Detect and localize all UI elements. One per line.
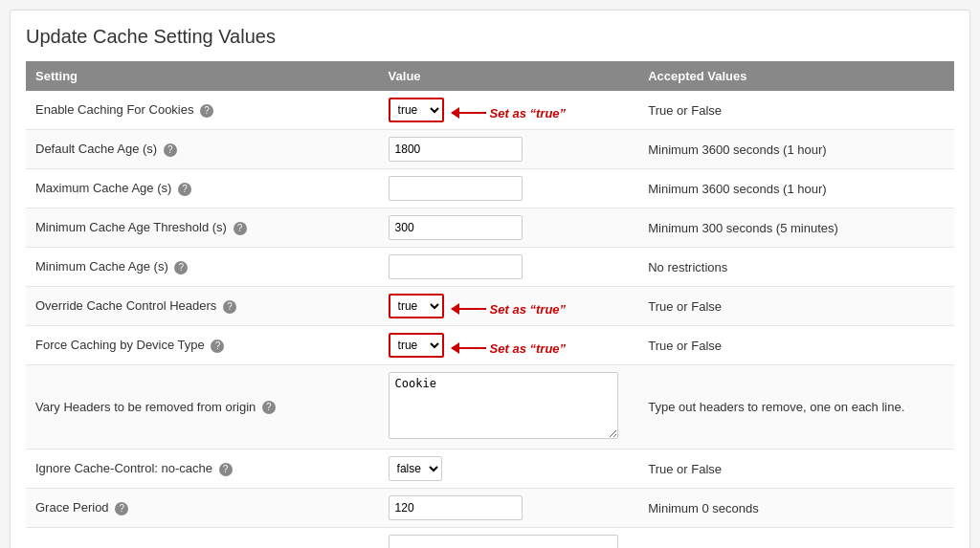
page-wrapper: Update Cache Setting Values Setting Valu… — [10, 10, 970, 548]
accepted-grace-period: Minimum 0 seconds — [638, 489, 954, 528]
annotation-override-cache-control: Set as “true” — [452, 302, 566, 317]
value-cell-default-cache-age — [379, 130, 639, 169]
setting-label-minimum-cache-age-threshold: Minimum Cache Age Threshold (s) ? — [26, 208, 379, 248]
help-icon-vary-headers-remove[interactable]: ? — [262, 401, 276, 414]
setting-label-vary-headers-add: Vary Headers to be added to origin ? — [26, 528, 379, 549]
annotation-enable-caching-cookies: Set as “true” — [452, 106, 566, 121]
select-force-caching-device[interactable]: truefalse — [389, 333, 444, 358]
table-row-ignore-cache-control: Ignore Cache-Control: no-cache ?falsetru… — [26, 449, 954, 489]
table-row-minimum-cache-age: Minimum Cache Age (s) ?No restrictions — [26, 248, 954, 287]
setting-label-enable-caching-cookies: Enable Caching For Cookies ? — [26, 91, 379, 130]
table-header-row: Setting Value Accepted Values — [26, 61, 954, 91]
value-cell-vary-headers-remove — [379, 365, 639, 449]
setting-label-vary-headers-remove: Vary Headers to be removed from origin ? — [26, 365, 379, 449]
input-grace-period[interactable] — [389, 495, 523, 520]
setting-label-minimum-cache-age: Minimum Cache Age (s) ? — [26, 248, 379, 287]
accepted-vary-headers-add: Type out headers to add, one on each lin… — [638, 528, 954, 549]
value-cell-enable-caching-cookies: truefalseSet as “true” — [379, 91, 639, 130]
help-icon-minimum-cache-age-threshold[interactable]: ? — [234, 222, 247, 235]
accepted-ignore-cache-control: True or False — [638, 449, 954, 489]
help-icon-force-caching-device[interactable]: ? — [211, 340, 224, 353]
setting-label-override-cache-control: Override Cache Control Headers ? — [26, 287, 379, 326]
accepted-maximum-cache-age: Minimum 3600 seconds (1 hour) — [638, 169, 954, 208]
help-icon-minimum-cache-age[interactable]: ? — [174, 261, 188, 274]
setting-label-grace-period: Grace Period ? — [26, 489, 379, 528]
setting-label-maximum-cache-age: Maximum Cache Age (s) ? — [26, 169, 379, 208]
input-maximum-cache-age[interactable] — [389, 176, 523, 201]
table-row-default-cache-age: Default Cache Age (s) ?Minimum 3600 seco… — [26, 130, 954, 169]
help-icon-maximum-cache-age[interactable]: ? — [178, 183, 191, 196]
table-row-maximum-cache-age: Maximum Cache Age (s) ?Minimum 3600 seco… — [26, 169, 954, 208]
textarea-vary-headers-remove[interactable] — [389, 372, 618, 439]
settings-table: Setting Value Accepted Values Enable Cac… — [26, 61, 954, 548]
table-row-override-cache-control: Override Cache Control Headers ?truefals… — [26, 287, 954, 326]
value-cell-grace-period — [379, 489, 639, 528]
col-header-accepted: Accepted Values — [638, 61, 954, 91]
accepted-default-cache-age: Minimum 3600 seconds (1 hour) — [638, 130, 954, 169]
table-row-vary-headers-remove: Vary Headers to be removed from origin ?… — [26, 365, 954, 449]
select-override-cache-control[interactable]: truefalse — [389, 294, 444, 318]
table-row-vary-headers-add: Vary Headers to be added to origin ?Type… — [26, 528, 954, 549]
value-cell-minimum-cache-age — [379, 248, 639, 287]
help-icon-enable-caching-cookies[interactable]: ? — [200, 104, 213, 118]
value-cell-force-caching-device: truefalseSet as “true” — [379, 326, 639, 365]
accepted-enable-caching-cookies: True or False — [638, 91, 954, 130]
accepted-force-caching-device: True or False — [638, 326, 954, 365]
accepted-vary-headers-remove: Type out headers to remove, one on each … — [638, 365, 954, 449]
input-minimum-cache-age-threshold[interactable] — [389, 215, 523, 240]
value-cell-maximum-cache-age — [379, 169, 639, 208]
table-row-minimum-cache-age-threshold: Minimum Cache Age Threshold (s) ?Minimum… — [26, 208, 954, 248]
help-icon-default-cache-age[interactable]: ? — [164, 143, 177, 157]
annotation-force-caching-device: Set as “true” — [452, 341, 566, 356]
col-header-value: Value — [379, 61, 639, 91]
value-cell-minimum-cache-age-threshold — [379, 208, 639, 248]
help-icon-override-cache-control[interactable]: ? — [223, 300, 236, 314]
input-default-cache-age[interactable] — [389, 137, 523, 162]
input-minimum-cache-age[interactable] — [389, 254, 523, 279]
table-row-force-caching-device: Force Caching by Device Type ?truefalseS… — [26, 326, 954, 365]
textarea-vary-headers-add[interactable] — [389, 535, 618, 548]
value-cell-override-cache-control: truefalseSet as “true” — [379, 287, 639, 326]
page-title: Update Cache Setting Values — [26, 26, 954, 48]
setting-label-ignore-cache-control: Ignore Cache-Control: no-cache ? — [26, 449, 379, 489]
setting-label-default-cache-age: Default Cache Age (s) ? — [26, 130, 379, 169]
setting-label-force-caching-device: Force Caching by Device Type ? — [26, 326, 379, 365]
value-cell-ignore-cache-control: falsetrue — [379, 449, 639, 489]
help-icon-grace-period[interactable]: ? — [115, 502, 128, 515]
select-ignore-cache-control[interactable]: falsetrue — [389, 456, 442, 481]
col-header-setting: Setting — [26, 61, 379, 91]
accepted-minimum-cache-age: No restrictions — [638, 248, 954, 287]
table-row-grace-period: Grace Period ?Minimum 0 seconds — [26, 489, 954, 528]
accepted-minimum-cache-age-threshold: Minimum 300 seconds (5 minutes) — [638, 208, 954, 248]
table-row-enable-caching-cookies: Enable Caching For Cookies ?truefalseSet… — [26, 91, 954, 130]
help-icon-ignore-cache-control[interactable]: ? — [219, 463, 233, 476]
value-cell-vary-headers-add — [379, 528, 639, 549]
accepted-override-cache-control: True or False — [638, 287, 954, 326]
select-enable-caching-cookies[interactable]: truefalse — [389, 98, 444, 122]
